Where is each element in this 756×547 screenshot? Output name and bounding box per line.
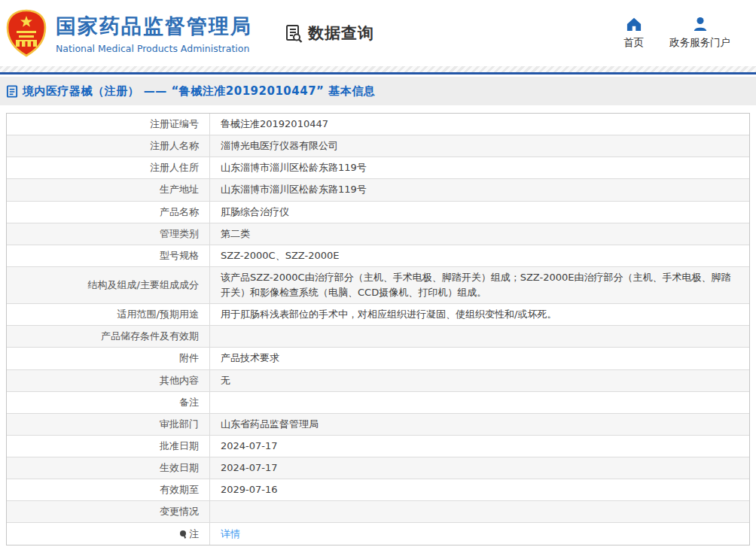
nav-home[interactable]: 首页 [623,17,644,50]
table-row: 适用范围/预期用途 用于肛肠科浅表部位的手术中，对相应组织进行凝固、使组织变性和… [7,304,749,326]
registration-info-table: 注册证编号 鲁械注准20192010447 注册人名称 淄博光电医疗仪器有限公司… [6,113,750,545]
row-value: 无 [210,370,749,391]
table-row: 注 详情 [7,523,749,545]
row-label: 变更情况 [7,501,210,522]
row-value: 2024-07-17 [210,457,749,479]
table-row: 注册证编号 鲁械注准20192010447 [7,114,749,135]
row-label: 批准日期 [7,436,210,457]
row-value: 2029-07-16 [210,479,749,500]
row-value: 详情 [210,523,749,545]
nav-portal-label: 政务服务门户 [669,36,730,50]
row-value: 山东省药品监督管理局 [210,414,749,435]
row-label: 适用范围/预期用途 [7,304,210,325]
row-value: 用于肛肠科浅表部位的手术中，对相应组织进行凝固、使组织变性和/或坏死。 [210,304,749,325]
document-icon [6,85,19,98]
row-label: 审批部门 [7,414,210,435]
table-row: 审批部门 山东省药品监督管理局 [7,414,749,436]
details-link[interactable]: 详情 [221,527,240,542]
row-value: 第二类 [210,223,749,245]
row-label: 产品储存条件及有效期 [7,326,210,347]
table-row: 备注 [7,392,749,414]
national-emblem-icon [6,9,47,57]
row-label: 结构及组成/主要组成成分 [7,267,210,303]
row-label: 备注 [7,392,210,413]
org-name-en: National Medical Products Administration [56,43,252,54]
table-row: 管理类别 第二类 [7,223,749,245]
table-row: 其他内容 无 [7,370,749,392]
row-label: 注册证编号 [7,114,210,135]
row-label: 型号规格 [7,245,210,266]
data-query-icon [284,23,304,44]
data-query-section[interactable]: 数据查询 [284,23,374,44]
row-label: 生效日期 [7,457,210,479]
row-value: 肛肠综合治疗仪 [210,202,749,223]
table-row: 变更情况 [7,501,749,523]
row-value: 鲁械注准20192010447 [210,114,749,135]
nmpa-logo-link[interactable]: 国家药品监督管理局 National Medical Products Admi… [6,9,252,57]
table-row: 有效期至 2029-07-16 [7,479,749,501]
table-row: 产品名称 肛肠综合治疗仪 [7,202,749,223]
breadcrumb-bar: 境内医疗器械（注册） —— “鲁械注准20192010447” 基本信息 [0,77,756,105]
nav-home-label: 首页 [623,36,644,50]
row-label: 管理类别 [7,223,210,245]
note-icon [179,530,187,539]
table-row: 产品储存条件及有效期 [7,326,749,348]
data-query-label: 数据查询 [308,23,374,44]
row-label: 附件 [7,348,210,369]
org-title-block: 国家药品监督管理局 National Medical Products Admi… [56,13,252,54]
table-row: 型号规格 SZZ-2000C、SZZ-2000E [7,245,749,267]
row-value [210,326,749,347]
row-label: 生产地址 [7,179,210,200]
row-value: 该产品SZZ-2000C由治疗部分（主机、手术电极、脚踏开关）组成；SZZ-20… [210,267,749,303]
table-row: 生产地址 山东淄博市淄川区松龄东路119号 [7,179,749,201]
row-label: 注册人名称 [7,135,210,157]
user-icon [692,17,709,32]
home-icon [626,17,642,32]
table-row: 附件 产品技术要求 [7,348,749,369]
table-row: 注册人名称 淄博光电医疗仪器有限公司 [7,135,749,157]
table-row: 结构及组成/主要组成成分 该产品SZZ-2000C由治疗部分（主机、手术电极、脚… [7,267,749,304]
row-value: 淄博光电医疗仪器有限公司 [210,135,749,157]
row-value: 2024-07-17 [210,436,749,457]
row-value-text: 该产品SZZ-2000C由治疗部分（主机、手术电极、脚踏开关）组成；SZZ-20… [221,270,740,300]
table-row: 批准日期 2024-07-17 [7,436,749,457]
row-value: 山东淄博市淄川区松龄东路119号 [210,179,749,200]
row-value: 山东淄博市淄川区松龄东路119号 [210,157,749,178]
row-value [210,501,749,522]
row-label: 其他内容 [7,370,210,391]
row-value: 产品技术要求 [210,348,749,369]
header-blue-divider [0,72,756,74]
row-label-text: 注 [189,527,199,541]
org-name-cn: 国家药品监督管理局 [56,13,252,40]
header: 国家药品监督管理局 National Medical Products Admi… [0,0,756,66]
nav-portal[interactable]: 政务服务门户 [669,17,730,50]
row-label: 注册人住所 [7,157,210,178]
row-label: 产品名称 [7,202,210,223]
header-stripe-band [0,66,756,72]
table-row: 注册人住所 山东淄博市淄川区松龄东路119号 [7,157,749,179]
row-label: 有效期至 [7,479,210,500]
header-nav: 首页 政务服务门户 [623,17,730,50]
row-label: 注 [7,523,210,545]
row-value [210,392,749,413]
row-value: SZZ-2000C、SZZ-2000E [210,245,749,266]
page-title: 境内医疗器械（注册） —— “鲁械注准20192010447” 基本信息 [23,84,375,99]
table-row: 生效日期 2024-07-17 [7,457,749,479]
